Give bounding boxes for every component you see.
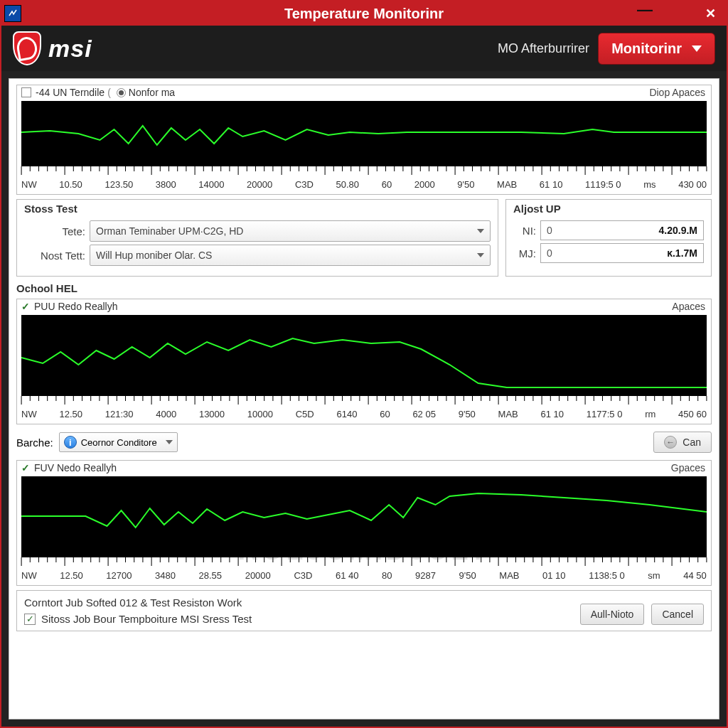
axis-tick-label: 44 50 <box>683 570 707 581</box>
graph2-right-label: Apaces <box>672 301 705 312</box>
chevron-down-icon <box>166 440 173 444</box>
settings-row: Stoss Test Tete: Orman Teminaber UPM·C2G… <box>16 199 712 277</box>
close-button[interactable]: ✕ <box>694 1 727 26</box>
graph1-header: -44 UN Terndile ( Nonfor ma Diop Apaces <box>17 85 711 101</box>
axis-tick-label: 14000 <box>198 179 224 190</box>
barche-select-value: Ceornor Conditore <box>81 437 157 448</box>
axis-tick-label: 10000 <box>247 409 273 419</box>
axis-tick-label: NW <box>21 570 37 581</box>
axis-tick-label: C3D <box>295 179 314 190</box>
graph1-canvas <box>21 101 707 166</box>
mj-input[interactable]: 0 ĸ.1.7M <box>540 243 704 263</box>
bottom-title: Corntort Jub Softed 012 & Test Resiston … <box>24 596 573 609</box>
aljost-title: Aljost UP <box>513 203 704 215</box>
graph1-tick-marks <box>17 166 711 176</box>
aull-nioto-button[interactable]: Aull-Nioto <box>580 604 645 625</box>
graph2-header: ✓ PUU Redo Reallyh Apaces <box>17 299 711 315</box>
msi-shield-icon <box>13 31 41 65</box>
graph2-label: PUU Redo Reallyh <box>34 301 118 312</box>
graph1-axis: NW10.50123.5038001400020000C3D50.8060200… <box>17 176 711 194</box>
axis-tick-label: 61 10 <box>540 179 563 190</box>
nost-tett-select[interactable]: Will Hup moniber Olar. CS <box>90 245 491 266</box>
mj-right-value: ĸ.1.7M <box>667 247 697 259</box>
axis-tick-label: 61 40 <box>336 570 359 581</box>
window-title: Temperature Monitorinr <box>1 6 727 22</box>
axis-tick-label: NW <box>21 409 37 419</box>
graph1-label-a: -44 <box>36 87 50 98</box>
mj-label: MJ: <box>513 247 536 259</box>
axis-tick-label: 80 <box>382 570 392 581</box>
axis-tick-label: 62 05 <box>412 409 436 419</box>
cancel-button-label: Cancel <box>662 609 693 620</box>
barche-select[interactable]: i Ceornor Conditore <box>59 432 178 452</box>
axis-tick-label: 20000 <box>247 179 272 190</box>
graph1-radio[interactable] <box>117 88 126 97</box>
ochool-hel-label: Ochool HEL <box>16 282 712 294</box>
back-arrow-icon: ← <box>664 436 677 449</box>
graph3-axis: NW12.5012700348028.5520000C3D61 40809287… <box>17 567 711 585</box>
aull-nioto-button-label: Aull-Nioto <box>591 609 634 620</box>
brand-text: msi <box>48 35 92 63</box>
app-icon <box>4 5 21 22</box>
axis-tick-label: 12.50 <box>59 409 82 419</box>
can-button[interactable]: ← Can <box>653 432 712 453</box>
stress-test-checkbox-label: Sitoss Job Bour Tempboiture MSI Sress Te… <box>41 613 252 625</box>
graph1-checkbox[interactable] <box>21 87 31 97</box>
nost-tett-label: Nost Tett: <box>24 250 85 262</box>
mj-left-value: 0 <box>547 247 557 259</box>
brand-logo: msi <box>13 31 92 65</box>
monitor-dropdown-button[interactable]: Monitorinr <box>598 33 715 65</box>
axis-tick-label: 61 10 <box>541 409 564 419</box>
graph3-header: ✓ FUV Nedo Reallyh Gpaces <box>17 461 711 476</box>
graph3-tick-marks <box>17 557 711 567</box>
axis-tick-label: MAB <box>498 409 518 419</box>
graph-block-2: ✓ PUU Redo Reallyh Apaces NW12.50121:304… <box>16 299 712 424</box>
axis-tick-label: 430 00 <box>678 179 707 190</box>
tete-select[interactable]: Orman Teminaber UPM·C2G, HD <box>90 220 491 242</box>
ni-input[interactable]: 0 4.20.9.M <box>540 220 704 240</box>
graph-block-1: -44 UN Terndile ( Nonfor ma Diop Apaces … <box>16 85 712 195</box>
stoss-test-panel: Stoss Test Tete: Orman Teminaber UPM·C2G… <box>16 199 498 277</box>
axis-tick-label: 13000 <box>199 409 225 419</box>
axis-tick-label: 450 60 <box>678 409 707 419</box>
barche-label: Barche: <box>16 437 53 449</box>
tete-label: Tete: <box>24 225 85 237</box>
main-panel: -44 UN Terndile ( Nonfor ma Diop Apaces … <box>9 78 719 719</box>
axis-tick-label: 4000 <box>156 409 176 419</box>
axis-tick-label: 20000 <box>245 570 271 581</box>
cancel-button[interactable]: Cancel <box>651 604 704 625</box>
graph1-right-label: Diop Apaces <box>649 87 705 98</box>
can-button-label: Can <box>682 437 701 448</box>
axis-tick-label: 121:30 <box>105 409 134 419</box>
app-header: msi MO Afterburrirer Monitorinr <box>1 26 727 71</box>
axis-tick-label: 12700 <box>106 570 132 581</box>
axis-tick-label: NW <box>21 179 37 190</box>
graph2-tick-marks <box>17 396 711 406</box>
window-titlebar: Temperature Monitorinr — ✕ <box>1 1 727 26</box>
stoss-title: Stoss Test <box>24 203 491 215</box>
axis-tick-label: 1119:5 0 <box>585 179 621 190</box>
axis-tick-label: 1138:5 0 <box>589 570 625 581</box>
axis-tick-label: 28.55 <box>199 570 223 581</box>
barche-row: Barche: i Ceornor Conditore ← Can <box>16 429 712 456</box>
product-label: MO Afterburrirer <box>498 41 589 56</box>
minimize-button[interactable]: — <box>628 1 661 26</box>
axis-tick-label: 10.50 <box>59 179 82 190</box>
axis-tick-label: 1177:5 0 <box>587 409 623 419</box>
aljost-panel: Aljost UP NI: 0 4.20.9.M MJ: 0 ĸ.1.7M <box>505 199 712 277</box>
maximize-button[interactable] <box>661 1 694 26</box>
check-icon: ✓ <box>21 301 30 312</box>
axis-tick-label: 6140 <box>336 409 357 419</box>
axis-tick-label: sm <box>648 570 660 581</box>
graph3-label: FUV Nedo Reallyh <box>34 462 117 473</box>
chevron-down-icon <box>692 46 702 52</box>
axis-tick-label: 3480 <box>155 570 176 581</box>
nost-tett-select-value: Will Hup moniber Olar. CS <box>96 250 212 261</box>
bottom-panel: Corntort Jub Softed 012 & Test Resiston … <box>16 590 712 631</box>
ni-left-value: 0 <box>547 225 557 236</box>
stress-test-checkbox[interactable]: ✓ <box>24 614 36 625</box>
chevron-down-icon <box>477 253 484 257</box>
axis-tick-label: 9'50 <box>457 179 474 190</box>
axis-tick-label: 3800 <box>156 179 176 190</box>
axis-tick-label: 123.50 <box>105 179 133 190</box>
